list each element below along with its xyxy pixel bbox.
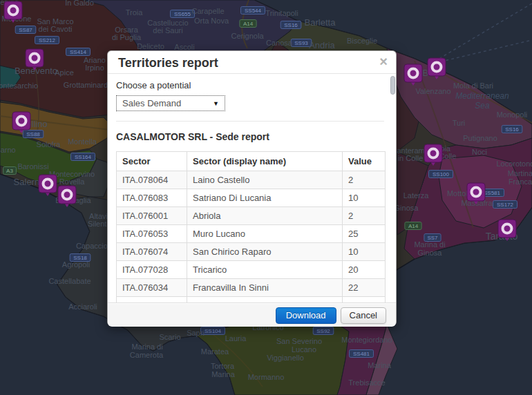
map-town-label: Capaccio — [76, 242, 108, 250]
map-town-label: Troia — [126, 8, 144, 17]
map-town-label: Marina di — [414, 240, 445, 249]
map-town-label: Orta Nova — [194, 17, 229, 25]
map-town-label: Lauria — [225, 334, 247, 343]
scrollbar-thumb[interactable] — [390, 76, 395, 95]
report-table: SectorSector (display name)Value ITA.078… — [116, 151, 386, 302]
table-row: ITA.076074San Chirico Raparo10 — [117, 243, 386, 261]
map-town-label: Cerignola — [231, 32, 264, 40]
report-heading: CASALMOTOR SRL - Sede report — [116, 131, 384, 143]
territory-marker-icon[interactable] — [467, 183, 485, 204]
table-cell — [187, 297, 343, 303]
modal-body[interactable]: Choose a potential Sales Demand ▼ CASALM… — [108, 74, 396, 302]
map-town-label: Marina — [368, 361, 392, 369]
road-badge: SS100 — [429, 171, 453, 178]
modal-header: Territories report × — [108, 51, 396, 74]
table-cell: Muro Lucano — [187, 225, 343, 243]
table-cell: Laino Castello — [187, 171, 343, 189]
table-cell: 25 — [343, 225, 386, 243]
territory-marker-icon[interactable] — [428, 58, 446, 79]
table-row: ITA.076053Muro Lucano25 — [117, 225, 386, 243]
table-cell: ITA.076083 — [117, 189, 187, 207]
map-town-label: Rovella — [59, 177, 86, 186]
table-cell: 2 — [343, 207, 386, 225]
map-town-label: Acciaroli — [68, 302, 97, 311]
map-town-label: Apice — [55, 68, 74, 77]
map-town-label: Ginosa — [395, 204, 419, 212]
map-town-label: Andria — [309, 40, 335, 50]
table-row: ITA.078064Laino Castello2 — [117, 171, 386, 189]
map-town-label: Solofra — [37, 140, 61, 148]
close-icon[interactable]: × — [379, 55, 388, 68]
svg-text:SS581: SS581 — [484, 190, 501, 196]
road-badge: SS212 — [35, 37, 59, 44]
table-column-header: Value — [343, 152, 386, 171]
potential-select[interactable]: Sales Demand ▼ — [116, 95, 225, 111]
map-town-label: Franca — [509, 177, 532, 186]
map-town-label: Marina di — [131, 343, 162, 351]
svg-text:SS172: SS172 — [497, 202, 514, 208]
table-cell: Satriano Di Lucania — [187, 189, 343, 207]
table-row — [117, 297, 386, 303]
map-town-label: Deliceto — [137, 42, 164, 50]
map-town-label: Monopoli — [497, 110, 528, 119]
territories-report-modal: Territories report × Choose a potential … — [107, 50, 397, 326]
map-town-label: Viggianello — [267, 354, 304, 362]
svg-text:SS88: SS88 — [26, 131, 40, 137]
table-cell: Francavilla In Sinni — [187, 279, 343, 297]
svg-text:SS16: SS16 — [284, 22, 298, 28]
svg-text:SS92: SS92 — [316, 328, 330, 334]
road-badge: SS92 — [313, 327, 334, 335]
territory-marker-icon[interactable] — [58, 186, 76, 207]
table-cell — [117, 297, 187, 303]
territory-marker-icon[interactable] — [4, 1, 22, 23]
territory-marker-icon[interactable] — [424, 144, 442, 166]
map-town-label: Lucano — [292, 345, 316, 354]
modal-title: Territories report — [118, 56, 386, 70]
territory-marker-icon[interactable] — [498, 220, 516, 241]
map-town-label: Canosa — [266, 39, 293, 47]
map-town-label: Mormanno — [248, 373, 285, 381]
potential-select-value: Sales Demand — [122, 98, 181, 108]
map-town-label: Grottaminarda — [64, 81, 113, 89]
road-badge: SS87 — [15, 26, 36, 34]
map-town-label: Laterza — [403, 191, 430, 200]
road-badge: SS16 — [281, 21, 301, 29]
app-window: SS87SS212SS414SS655SS544A14SS16SS93SS88S… — [0, 0, 532, 395]
map-town-label: Noci — [472, 148, 487, 156]
territory-marker-icon[interactable] — [39, 175, 57, 196]
svg-text:SS414: SS414 — [70, 49, 87, 55]
map-town-label: Montegiordano — [341, 336, 392, 344]
road-badge: SS88 — [23, 131, 44, 138]
table-cell: 22 — [343, 279, 386, 297]
territory-marker-icon[interactable] — [26, 49, 44, 70]
cancel-button[interactable]: Cancel — [341, 307, 386, 324]
svg-text:SS164: SS164 — [75, 154, 92, 160]
svg-text:A14: A14 — [243, 21, 254, 27]
svg-text:A14: A14 — [408, 223, 419, 229]
svg-text:SS212: SS212 — [39, 37, 56, 44]
table-row: ITA.077028Tricarico20 — [117, 261, 386, 279]
map-town-label: Mediterranean — [455, 91, 509, 101]
road-badge: SS481 — [350, 350, 374, 358]
map-town-label: Marina — [211, 370, 236, 378]
svg-text:SS93: SS93 — [294, 40, 308, 46]
table-cell: 10 — [343, 243, 386, 261]
map-town-label: Montella — [68, 137, 97, 146]
table-cell: ITA.076053 — [117, 225, 187, 243]
table-cell: ITA.076034 — [117, 279, 187, 297]
download-button[interactable]: Download — [276, 307, 336, 324]
road-badge: SS414 — [66, 48, 91, 56]
territory-marker-icon[interactable] — [404, 64, 422, 86]
road-badge: SS544 — [241, 7, 265, 15]
map-town-label: Bisceglie — [347, 37, 377, 45]
map-town-label: di Puglia — [112, 33, 142, 41]
territory-marker-icon[interactable] — [12, 112, 30, 133]
map-town-label: Irpino — [85, 64, 104, 72]
road-badge: A14 — [405, 222, 421, 230]
table-row: ITA.076001Abriola2 — [117, 207, 386, 225]
table-cell: ITA.078064 — [117, 171, 187, 189]
map-town-label: Castellabate — [48, 277, 91, 285]
map-town-label: Sarno — [0, 146, 16, 154]
map-town-label: Agropoli — [62, 260, 90, 269]
road-badge: SS655 — [171, 10, 195, 18]
